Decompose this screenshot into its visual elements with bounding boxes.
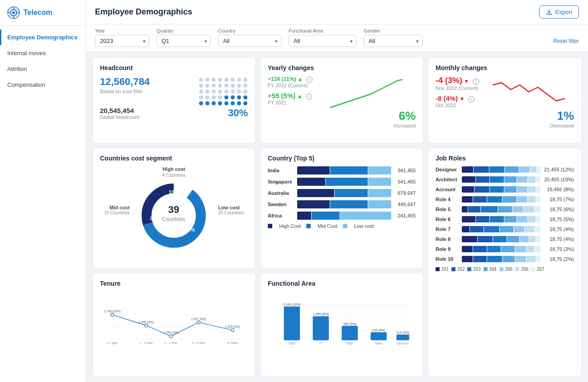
country-top5-title: Country (Top 5) xyxy=(268,155,416,162)
yearly-changes-card: Yearly changes +124 (11%) ▲ i FY 2022 (C… xyxy=(260,57,423,143)
jr-value: 18,75 (2%) xyxy=(543,256,574,262)
fa-bar-it xyxy=(313,316,329,340)
jr-seg-1 xyxy=(473,246,487,252)
jr-seg-0 xyxy=(462,226,469,232)
jr-seg-5 xyxy=(528,196,536,203)
jr-seg-0 xyxy=(462,216,475,222)
headcount-dot xyxy=(231,78,235,82)
quarter-select[interactable]: Q1 xyxy=(156,35,211,47)
jr-seg-0 xyxy=(462,206,468,212)
jr-value: 18,75 (4%) xyxy=(543,226,574,232)
functional-area-card: Functional Area 2,145 (12%) G&A 1,455 (8… xyxy=(260,273,423,377)
sidebar-item-attrition[interactable]: Attrition xyxy=(0,61,85,77)
jr-seg-2 xyxy=(490,216,503,222)
jr-legend-dot xyxy=(499,267,503,271)
functional-select[interactable]: All xyxy=(289,35,356,47)
monthly-period: Nov 2022 (Current) xyxy=(436,85,479,91)
main-header: Employee Demographics Export xyxy=(86,0,588,24)
jr-legend-dot xyxy=(467,267,471,271)
bar-seg-low xyxy=(340,212,391,220)
svg-text:2 - 3 Year: 2 - 3 Year xyxy=(164,341,178,344)
gender-select[interactable]: All xyxy=(364,35,422,47)
yearly-secondary-period: FY 2021 xyxy=(268,100,313,105)
monthly-info-icon[interactable]: i xyxy=(473,79,479,85)
jr-bar-track xyxy=(462,206,541,212)
monthly-secondary-info[interactable]: i xyxy=(468,96,474,103)
tenure-point-3 xyxy=(197,321,200,324)
jr-legend-dot xyxy=(515,267,519,271)
year-select[interactable]: 2023 xyxy=(95,35,149,47)
jr-bar-track xyxy=(462,176,541,183)
yearly-percent: 6% xyxy=(398,109,416,123)
jr-seg-2 xyxy=(487,196,503,203)
svg-text:IT: IT xyxy=(319,342,322,345)
sidebar-item-employee-demographics[interactable]: Employee Demographics xyxy=(0,29,85,45)
bar-seg-low xyxy=(368,189,392,197)
svg-text:< 1 year: < 1 year xyxy=(107,341,118,345)
country-select-wrap[interactable]: All xyxy=(218,35,281,47)
headcount-dot xyxy=(199,90,203,94)
svg-text:1,455 (5%): 1,455 (5%) xyxy=(139,320,154,324)
country-top5-card: Country (Top 5) India 341,455 Singapore … xyxy=(260,148,423,268)
svg-text:1 - 2 Year: 1 - 2 Year xyxy=(140,341,153,344)
year-select-wrap[interactable]: 2023 xyxy=(95,35,149,47)
gender-select-wrap[interactable]: All xyxy=(364,35,422,47)
quarter-select-wrap[interactable]: Q1 xyxy=(156,35,211,47)
yearly-secondary-row: +55 (5%) ▲ i xyxy=(268,92,313,100)
functional-select-wrap[interactable]: All xyxy=(289,35,356,47)
svg-text:4+Years: 4+Years xyxy=(227,341,238,344)
jr-seg-4 xyxy=(517,186,528,193)
mid-cost-label: Mid cost xyxy=(104,205,130,210)
sidebar-item-compensation[interactable]: Compensation xyxy=(0,77,85,93)
export-button[interactable]: Export xyxy=(539,5,579,19)
quarter-label: Quarter xyxy=(156,28,211,33)
jr-label: Role 5 xyxy=(436,207,462,212)
job-role-row: Role 4 18,75 (7%) xyxy=(436,196,574,203)
headcount-dot xyxy=(212,95,216,99)
yearly-info-icon[interactable]: i xyxy=(306,76,313,83)
country-bar-label: India xyxy=(268,168,297,173)
jr-seg-2 xyxy=(484,226,499,232)
content-grid: Headcount 12,560,784 Based on your filte… xyxy=(86,52,588,382)
jr-value: 19,455 (8%) xyxy=(543,187,574,192)
donut-center-wrap: High cost 4 Countries 39 Countries 10% 3 xyxy=(138,166,210,253)
headcount-dot xyxy=(205,90,209,94)
country-bar-value: 445,647 xyxy=(394,202,416,207)
reset-filter-link[interactable]: Reset filter xyxy=(553,38,579,47)
sidebar-item-internal-moves[interactable]: Internal moves xyxy=(0,45,85,61)
monthly-left: -4 (3%) ▼ i Nov 2022 (Current) -8 (4%) ▼… xyxy=(436,76,479,108)
headcount-dot xyxy=(212,78,216,82)
monthly-title: Monthly changes xyxy=(436,64,574,71)
svg-point-2 xyxy=(12,11,15,14)
monthly-main-change: -4 (3%) xyxy=(436,76,462,85)
svg-text:30%: 30% xyxy=(150,216,160,221)
jr-seg-6 xyxy=(536,196,541,203)
monthly-secondary-arrow: ▼ xyxy=(460,96,465,102)
yearly-main-change: +124 (11%) xyxy=(268,76,296,82)
country-select[interactable]: All xyxy=(218,35,281,47)
jr-legend-dot xyxy=(451,267,455,271)
country-label: Country xyxy=(218,28,281,33)
jr-seg-5 xyxy=(523,206,534,212)
jr-seg-1 xyxy=(474,186,490,193)
svg-text:R&D: R&D xyxy=(346,342,353,345)
yearly-line-chart xyxy=(317,76,416,112)
headcount-dot xyxy=(224,78,228,82)
jr-seg-6 xyxy=(536,256,541,262)
svg-text:1,455 (3%): 1,455 (3%) xyxy=(163,331,178,335)
low-cost-sub: 20 Countries xyxy=(218,210,244,215)
yearly-secondary-info[interactable]: i xyxy=(306,94,312,100)
jr-seg-0 xyxy=(462,196,473,203)
country-bar-value: 341,455 xyxy=(394,168,416,173)
country-bar-track xyxy=(297,189,391,197)
job-role-row: Role 10 18,75 (2%) xyxy=(436,256,574,262)
country-bar-track xyxy=(297,212,391,220)
jr-seg-2 xyxy=(489,166,505,173)
headcount-dot xyxy=(243,90,247,94)
jr-seg-5 xyxy=(528,216,536,222)
country-bar-label: Singapore xyxy=(268,179,297,184)
tenure-point-2 xyxy=(169,335,172,338)
jr-seg-0 xyxy=(462,236,477,242)
svg-text:60%: 60% xyxy=(185,227,195,232)
sidebar: Telecom Employee Demographics Internal m… xyxy=(0,0,86,382)
